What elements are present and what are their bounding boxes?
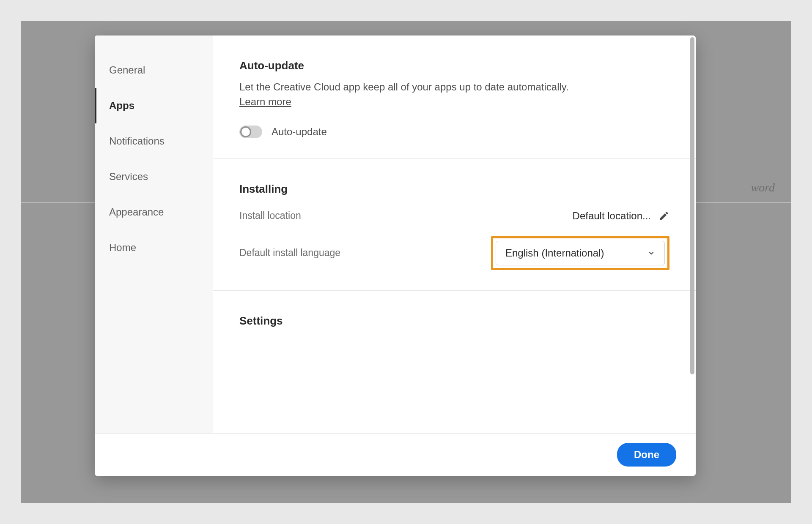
content-pane: Auto-update Let the Creative Cloud app k…	[213, 35, 696, 433]
chevron-down-icon	[647, 249, 655, 257]
settings-title: Settings	[239, 314, 669, 328]
auto-update-toggle[interactable]	[239, 126, 262, 138]
auto-update-toggle-row: Auto-update	[239, 126, 669, 138]
pencil-icon[interactable]	[658, 210, 669, 221]
dialog-body: General Apps Notifications Services Appe…	[95, 35, 696, 434]
done-button[interactable]: Done	[617, 443, 676, 467]
toggle-knob	[240, 126, 251, 137]
install-location-value-group: Default location...	[573, 210, 669, 222]
background-text-fragment: word	[751, 181, 775, 194]
sidebar: General Apps Notifications Services Appe…	[95, 35, 213, 433]
sidebar-item-appearance[interactable]: Appearance	[95, 194, 213, 230]
default-language-dropdown[interactable]: English (International)	[496, 241, 665, 265]
install-location-row: Install location Default location...	[239, 210, 669, 222]
auto-update-title: Auto-update	[239, 59, 669, 72]
section-settings: Settings	[213, 291, 696, 355]
sidebar-item-apps[interactable]: Apps	[95, 88, 213, 123]
preferences-dialog: General Apps Notifications Services Appe…	[95, 35, 696, 476]
sidebar-item-notifications[interactable]: Notifications	[95, 123, 213, 159]
dialog-footer: Done	[95, 434, 696, 476]
auto-update-toggle-label: Auto-update	[272, 126, 327, 138]
sidebar-item-general[interactable]: General	[95, 52, 213, 88]
install-location-value: Default location...	[573, 210, 651, 222]
backdrop: word General Apps Notifications Services…	[21, 21, 791, 503]
default-language-value: English (International)	[505, 247, 604, 259]
sidebar-item-home[interactable]: Home	[95, 230, 213, 265]
default-language-label: Default install language	[239, 247, 340, 259]
section-auto-update: Auto-update Let the Creative Cloud app k…	[213, 35, 696, 159]
install-location-label: Install location	[239, 210, 301, 221]
installing-title: Installing	[239, 183, 669, 196]
section-installing: Installing Install location Default loca…	[213, 159, 696, 291]
auto-update-description: Let the Creative Cloud app keep all of y…	[239, 80, 669, 94]
default-language-row: Default install language English (Intern…	[239, 236, 669, 270]
scrollbar-thumb[interactable]	[690, 37, 694, 374]
sidebar-item-services[interactable]: Services	[95, 159, 213, 194]
highlight-annotation: English (International)	[491, 236, 669, 270]
learn-more-link[interactable]: Learn more	[239, 96, 291, 108]
